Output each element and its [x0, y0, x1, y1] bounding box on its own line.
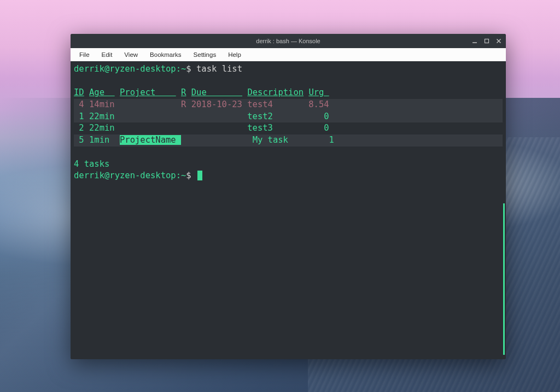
prompt-line-2: derrik@ryzen-desktop:~$ — [74, 170, 503, 182]
project-highlight: ProjectName — [120, 135, 181, 145]
close-button[interactable] — [495, 37, 503, 45]
menu-file[interactable]: File — [74, 50, 95, 60]
task-rows: 4 14min R 2018-10-23 test4 8.54 1 22min … — [74, 99, 503, 147]
task-row: 1 22min test2 0 — [74, 111, 503, 123]
menu-settings[interactable]: Settings — [188, 50, 222, 60]
maximize-button[interactable] — [483, 37, 491, 45]
svg-rect-1 — [485, 39, 489, 43]
prompt-path: :~ — [176, 64, 186, 74]
scrollbar[interactable] — [503, 203, 505, 355]
window-controls — [471, 37, 503, 45]
prompt-path: :~ — [176, 171, 186, 180]
prompt-user: derrik@ryzen-desktop — [74, 64, 176, 74]
task-header: ID Age Project R Due Description Urg — [74, 87, 503, 99]
prompt-line-1: derrik@ryzen-desktop:~$ task list — [74, 63, 503, 75]
command-text: task list — [196, 64, 242, 74]
prompt-dollar: $ — [186, 64, 191, 74]
terminal-area[interactable]: derrik@ryzen-desktop:~$ task list ID Age… — [71, 61, 506, 359]
header-age: Age — [89, 87, 115, 97]
task-row: 5 1min ProjectName My task 1 — [74, 134, 503, 147]
cursor-icon — [197, 171, 202, 180]
header-description: Description — [247, 87, 304, 97]
terminal-window: derrik : bash — Konsole File Edit View B… — [71, 34, 506, 359]
header-r: R — [181, 87, 186, 97]
prompt-dollar: $ — [186, 171, 191, 180]
header-project: Project — [120, 87, 176, 97]
menu-bookmarks[interactable]: Bookmarks — [144, 50, 187, 60]
prompt-user: derrik@ryzen-desktop — [74, 171, 176, 180]
minimize-button[interactable] — [471, 37, 479, 45]
task-summary: 4 tasks — [74, 159, 503, 171]
task-row: 4 14min R 2018-10-23 test4 8.54 — [74, 99, 503, 111]
menu-help[interactable]: Help — [223, 50, 247, 60]
blank-line-2 — [74, 147, 503, 159]
menu-edit[interactable]: Edit — [96, 50, 118, 60]
window-title: derrik : bash — Konsole — [256, 38, 320, 44]
blank-line — [74, 75, 503, 87]
header-urg: Urg — [308, 87, 329, 97]
header-due: Due — [191, 87, 242, 97]
menubar: File Edit View Bookmarks Settings Help — [71, 48, 506, 61]
menu-view[interactable]: View — [119, 50, 143, 60]
header-id: ID — [74, 87, 84, 97]
titlebar[interactable]: derrik : bash — Konsole — [71, 34, 506, 48]
task-row: 2 22min test3 0 — [74, 122, 503, 134]
